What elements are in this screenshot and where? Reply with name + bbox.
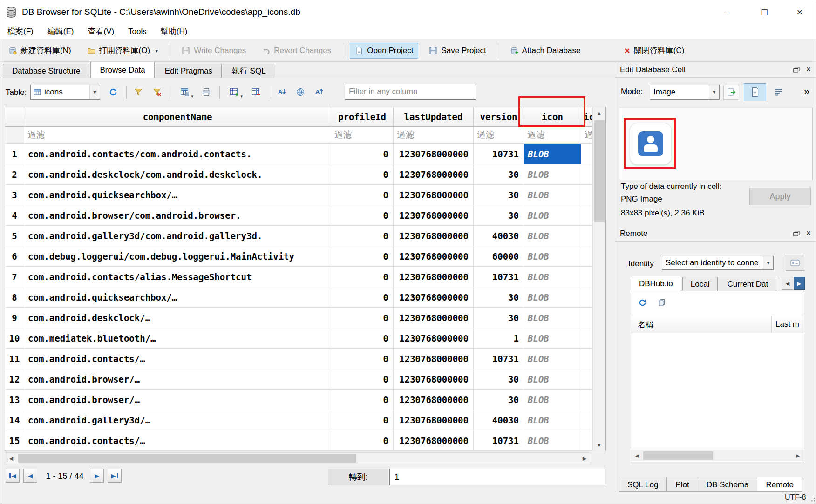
cell-componentName[interactable]: com.mediatek.bluetooth/… [24,328,331,349]
cell-lastUpdated[interactable]: 1230768000000 [394,287,474,308]
cell-partial[interactable] [581,410,592,430]
cell-lastUpdated[interactable]: 1230768000000 [394,267,474,287]
cell-version[interactable]: 10731 [474,144,524,164]
cell-lastUpdated[interactable]: 1230768000000 [394,164,474,185]
open-database-button[interactable]: 打開資料庫(O) ▾ [82,42,163,59]
cell-partial[interactable] [581,369,592,390]
remote-horizontal-scrollbar[interactable]: ◀ ▶ [631,450,804,461]
cell-profileId[interactable]: 0 [331,328,394,349]
scroll-right-button[interactable]: ▶ [578,453,591,464]
filter-profileId[interactable]: 過濾 [331,127,394,144]
row-number[interactable]: 4 [5,205,24,226]
tab-dbhub[interactable]: DBHub.io [631,276,681,291]
cell-profileId[interactable]: 0 [331,308,394,328]
next-record-button[interactable]: ▶ [90,469,104,483]
remote-scroll-left-button[interactable]: ◀ [631,450,643,461]
row-number[interactable]: 8 [5,287,24,308]
row-number[interactable]: 3 [5,185,24,205]
cell-componentName[interactable]: com.android.contacts/com.android.contact… [24,144,331,164]
cell-partial[interactable] [581,267,592,287]
cell-componentName[interactable]: com.android.browser/… [24,390,331,410]
float-panel-button[interactable] [790,228,802,239]
cell-lastUpdated[interactable]: 1230768000000 [394,185,474,205]
row-number[interactable]: 1 [5,144,24,164]
mode-selector[interactable]: Image ▾ [650,85,720,100]
cell-lastUpdated[interactable]: 1230768000000 [394,246,474,267]
header-componentName[interactable]: componentName [24,107,331,127]
menu-help[interactable]: 幫助(H) [154,24,195,40]
cell-version[interactable]: 30 [474,205,524,226]
blob-image[interactable] [630,123,672,165]
previous-record-button[interactable]: ◀ [23,469,37,483]
cell-partial[interactable] [581,328,592,349]
row-number[interactable]: 13 [5,390,24,410]
new-database-button[interactable]: 新建資料庫(N) [3,42,76,59]
cell-version[interactable]: 40030 [474,226,524,246]
header-icon[interactable]: icon [524,107,581,127]
cell-profileId[interactable]: 0 [331,410,394,430]
maximize-button[interactable]: □ [754,2,775,22]
row-number[interactable]: 5 [5,226,24,246]
cell-partial[interactable] [581,349,592,369]
identity-selector[interactable]: Select an identity to conne ▾ [662,256,774,270]
cell-componentName[interactable]: com.android.deskclock/com.android.deskcl… [24,164,331,185]
menu-tools[interactable]: Tools [121,24,154,40]
open-database-dropdown-icon[interactable]: ▾ [155,47,158,54]
cell-icon[interactable]: BLOB [524,349,581,369]
tab-browse-data[interactable]: Browse Data [90,62,154,78]
cell-componentName[interactable]: com.android.gallery3d/… [24,410,331,430]
sort-asc-button[interactable]: A [312,85,326,100]
cell-profileId[interactable]: 0 [331,185,394,205]
cell-lastUpdated[interactable]: 1230768000000 [394,308,474,328]
filter-button[interactable] [131,85,146,100]
insert-record-dropdown-icon[interactable]: ▾ [240,94,243,99]
row-number[interactable]: 10 [5,328,24,349]
remote-scroll-right-button[interactable]: ▶ [792,450,804,461]
cell-partial[interactable] [581,185,592,205]
cell-profileId[interactable]: 0 [331,369,394,390]
horizontal-scrollbar[interactable]: ◀ ▶ [5,452,591,464]
cell-lastUpdated[interactable]: 1230768000000 [394,328,474,349]
row-number[interactable]: 14 [5,410,24,430]
cell-profileId[interactable]: 0 [331,226,394,246]
cell-icon[interactable]: BLOB [524,246,581,267]
filter-componentName[interactable]: 過濾 [24,127,331,144]
goto-button[interactable]: 轉到: [328,469,388,485]
save-results-dropdown-icon[interactable]: ▾ [191,94,193,99]
tab-execute-sql[interactable]: 執行 SQL [223,64,275,78]
goto-record-input[interactable] [389,469,605,485]
cell-icon[interactable]: BLOB [524,164,581,185]
cell-icon[interactable]: BLOB [524,430,581,451]
header-lastUpdated[interactable]: lastUpdated [394,107,474,127]
tab-local[interactable]: Local [682,277,718,291]
cell-partial[interactable] [581,144,592,164]
filter-icon[interactable]: 過濾 [524,127,581,144]
delete-record-button[interactable] [248,85,263,100]
tab-db-schema[interactable]: DB Schema [698,477,758,492]
cell-icon[interactable]: BLOB [524,226,581,246]
cell-icon[interactable]: BLOB [524,267,581,287]
cell-partial[interactable] [581,246,592,267]
cell-componentName[interactable]: com.android.deskclock/… [24,308,331,328]
cell-icon[interactable]: BLOB [524,185,581,205]
clear-filters-button[interactable] [150,85,164,100]
remote-clone-button[interactable] [655,296,668,309]
row-number[interactable]: 2 [5,164,24,185]
cell-partial[interactable] [581,205,592,226]
identity-certificate-button[interactable] [786,255,804,271]
row-number[interactable]: 7 [5,267,24,287]
encoding-button[interactable] [293,85,308,100]
cell-profileId[interactable]: 0 [331,390,394,410]
cell-profileId[interactable]: 0 [331,267,394,287]
row-number[interactable]: 11 [5,349,24,369]
word-wrap-button[interactable] [770,85,788,100]
minimize-button[interactable]: – [716,2,738,22]
tab-plot[interactable]: Plot [666,477,698,492]
cell-icon[interactable]: BLOB [524,287,581,308]
cell-version[interactable]: 60000 [474,246,524,267]
cell-version[interactable]: 10731 [474,349,524,369]
cell-partial[interactable] [581,226,592,246]
vertical-scrollbar[interactable]: ▲ ▼ [592,107,605,451]
tab-current-database[interactable]: Current Dat [719,277,776,291]
more-tools-chevron[interactable]: » [799,84,815,99]
